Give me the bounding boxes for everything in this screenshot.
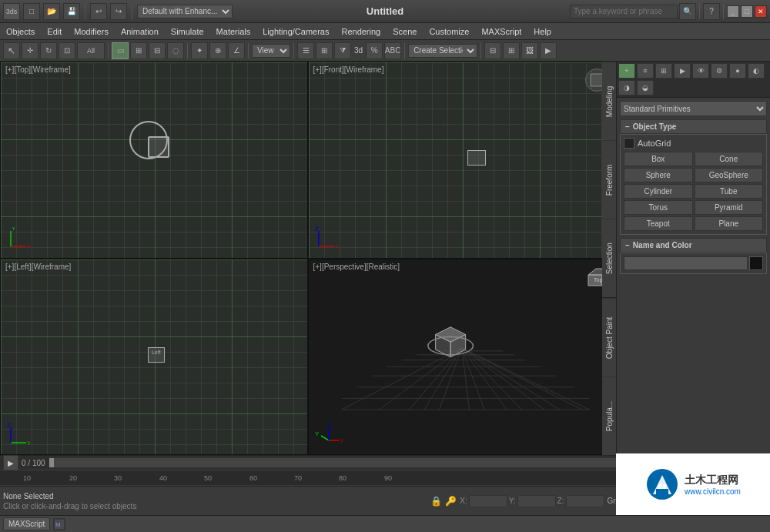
menu-modifiers[interactable]: Modifiers [68,23,115,39]
svg-text:Y: Y [27,440,30,447]
viewport-front[interactable]: [+][Front][Wireframe] X Z [308,62,616,259]
undo-btn[interactable]: ↩ [90,3,107,20]
sep-t5 [404,43,405,59]
select-region-btn[interactable]: ▭ [112,42,129,59]
scale-icon[interactable]: ⊡ [59,42,75,59]
tab-populate[interactable]: Popula... [602,376,616,455]
snap2-icon[interactable]: ⊕ [209,42,226,59]
left-viewport-label: [+][Left][Wireframe] [5,263,71,271]
lasso-btn[interactable]: ◌ [167,42,184,59]
open-btn[interactable]: 📂 [43,3,60,20]
color-swatch[interactable] [749,256,763,270]
lock-icon[interactable]: 🔒 [430,496,442,507]
search-icon[interactable]: 🔍 [679,3,696,20]
align-icon[interactable]: ⊟ [484,42,501,59]
render2-icon[interactable]: ▶ [540,42,557,59]
menu-maxscript[interactable]: MAXScript [475,23,527,39]
tab-modeling[interactable]: Modeling [602,62,616,140]
tab-selection[interactable]: Selection [602,219,616,297]
tab-extra2[interactable]: ◐ [748,63,765,79]
workspace-dropdown[interactable]: Default with Enhanc... [137,5,233,18]
geosphere-button[interactable]: GeoSphere [695,168,764,182]
create-sel-dropdown[interactable]: Create Selection [408,44,477,58]
tab-object-paint[interactable]: Object Paint [602,298,616,376]
viewport-perspective[interactable]: [+][Perspective][Realistic] Top X Y [308,259,616,456]
menu-simulate[interactable]: Simulate [165,23,210,39]
menu-rendering[interactable]: Rendering [335,23,387,39]
torus-button[interactable]: Torus [624,200,693,215]
crossing-btn[interactable]: ⊞ [130,42,147,59]
tab-utilities[interactable]: ⚙ [711,63,728,79]
cone-button[interactable]: Cone [695,152,764,166]
tab-extra3[interactable]: ◑ [618,80,635,95]
save-btn[interactable]: 💾 [63,3,80,20]
tab-extra4[interactable]: ◒ [637,80,654,95]
scrubber-thumb[interactable] [49,458,54,467]
tab-display[interactable]: 👁 [692,63,709,79]
tab-hierarchy[interactable]: ⊞ [655,63,672,79]
sep4 [723,4,724,19]
angle-snap-icon[interactable]: ∠ [228,42,245,59]
miniscript-icon[interactable]: M [53,518,65,530]
autogrid-checkbox[interactable] [624,138,634,149]
help-icon[interactable]: ? [703,3,720,20]
name-color-content [620,253,767,274]
maxscript-button[interactable]: MAXScript [3,517,50,530]
plane-button[interactable]: Plane [695,216,764,231]
rotate-icon[interactable]: ↻ [40,42,57,59]
svg-text:Top: Top [594,277,602,283]
top-axis-svg: X Y [7,227,30,250]
name-color-section: − Name and Color [620,238,767,274]
tab-extra1[interactable]: ● [729,63,746,79]
tab-motion[interactable]: ▶ [674,63,691,79]
render-icon[interactable]: 🖼 [521,42,538,59]
pyramid-button[interactable]: Pyramid [695,200,764,215]
play-button[interactable]: ▶ [3,455,18,470]
close-button[interactable]: ✕ [755,5,767,18]
redo-btn[interactable]: ↪ [110,3,127,20]
z-input[interactable] [566,495,604,507]
abs-icon[interactable]: ABC [384,42,401,59]
teapot-button[interactable]: Teapot [624,216,693,231]
cylinder-button[interactable]: Cylinder [624,184,693,199]
primitives-dropdown[interactable]: Standard Primitives [620,101,767,116]
maximize-button[interactable]: □ [741,5,753,18]
snap-icon[interactable]: ✦ [191,42,208,59]
tab-create[interactable]: + [618,63,635,79]
menu-edit[interactable]: Edit [41,23,68,39]
menu-scene[interactable]: Scene [387,23,423,39]
window-btn[interactable]: ⊟ [149,42,166,59]
x-input[interactable] [469,495,507,507]
viewport-left[interactable]: [+][Left][Wireframe] Left Y Z [0,259,308,456]
menu-lighting[interactable]: Lighting/Cameras [256,23,335,39]
percent-icon[interactable]: % [366,42,383,59]
minimize-button[interactable]: _ [727,5,739,18]
new-btn[interactable]: □ [23,3,40,20]
tab-modify[interactable]: ≡ [637,63,654,79]
menu-objects[interactable]: Objects [0,23,41,39]
box-button[interactable]: Box [624,152,693,166]
menu-materials[interactable]: Materials [210,23,257,39]
select-icon[interactable]: ↖ [3,42,20,59]
view-dropdown[interactable]: View [252,44,290,58]
menu-customize[interactable]: Customize [423,23,475,39]
transform-icon[interactable]: ⊞ [316,42,333,59]
menu-help[interactable]: Help [527,23,557,39]
y-input[interactable] [517,495,556,507]
named-sel-icon[interactable]: ☰ [297,42,314,59]
layer-icon[interactable]: ⊞ [503,42,520,59]
menu-animation[interactable]: Animation [115,23,165,39]
viewport-top[interactable]: [+][Top][Wireframe] X Y [0,62,308,259]
search-input[interactable] [570,5,678,18]
mirror-icon[interactable]: ⧩ [334,42,351,59]
filter-all[interactable]: All [77,42,105,59]
sphere-button[interactable]: Sphere [624,168,693,182]
key-icon[interactable]: 🔑 [445,496,457,507]
name-color-header[interactable]: − Name and Color [620,238,767,253]
tube-button[interactable]: Tube [695,184,764,199]
app-icon[interactable]: 3ds [3,3,20,20]
move-icon[interactable]: ✛ [22,42,38,59]
name-input[interactable] [624,256,748,270]
object-type-header[interactable]: − Object Type [620,119,767,134]
tab-freeform[interactable]: Freeform [602,140,616,219]
